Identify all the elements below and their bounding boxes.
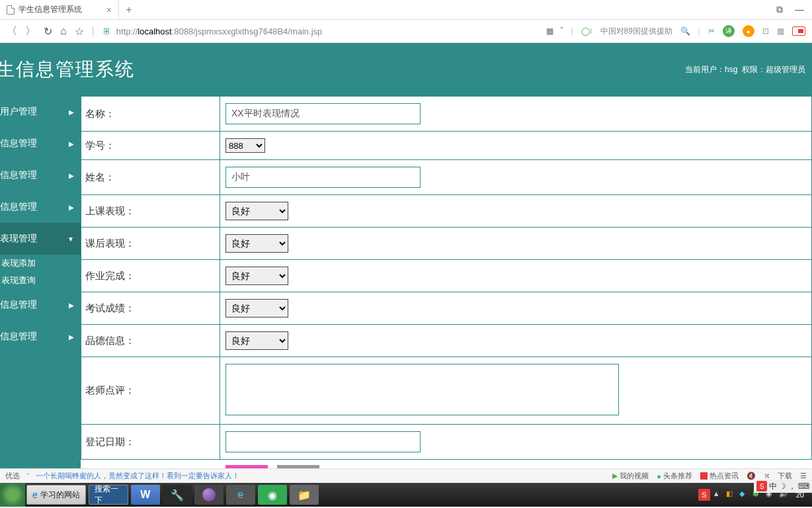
scissors-icon[interactable]: ✂ xyxy=(708,26,715,36)
qr-icon[interactable]: ▦ xyxy=(546,26,552,36)
textarea-comment[interactable] xyxy=(225,364,619,415)
footer-left[interactable]: 优选 xyxy=(5,471,20,481)
select-sid[interactable]: 888 xyxy=(225,138,265,153)
battery-icon[interactable] xyxy=(792,26,805,36)
search-icon[interactable]: 🔍 xyxy=(680,26,690,36)
input-sname[interactable] xyxy=(225,167,421,188)
apps-icon[interactable]: ▦ xyxy=(777,26,784,36)
user-info: 当前用户：hsg 权限：超级管理员 xyxy=(685,64,805,75)
start-button[interactable] xyxy=(0,483,25,507)
url-bar[interactable]: ⛨ http://localhost:8088/jspmxsxxglxthsg7… xyxy=(102,26,380,36)
ext-icon-1[interactable]: ▸ xyxy=(743,25,754,37)
ime-comma-icon[interactable]: ， xyxy=(788,481,796,492)
taskbar-eclipse[interactable] xyxy=(194,485,223,505)
chevron-right-icon: ▶ xyxy=(69,333,74,341)
dropdown-icon[interactable]: ˇ xyxy=(560,26,563,36)
forward-button[interactable]: 〉 xyxy=(25,24,36,38)
taskbar-search[interactable]: 搜索一下 xyxy=(89,485,128,505)
shield-icon: ⛨ xyxy=(102,26,111,36)
browser-tab-bar: 学生信息管理系统 × + ⧉ — xyxy=(0,0,812,20)
expand-icon[interactable]: ˇ xyxy=(26,472,29,480)
chevron-right-icon: ▶ xyxy=(69,172,74,179)
label-homework: 作业完成： xyxy=(81,260,220,292)
label-moral: 品德信息： xyxy=(81,325,220,357)
tray-sogou-icon[interactable]: S xyxy=(698,489,710,501)
translate-icon[interactable]: 译 xyxy=(723,25,735,37)
reset-button[interactable]: 重置 xyxy=(277,465,319,468)
form-table: 名称： 学号： 888 姓名： 上课表现： 良好 课后表现： 良好 作业完成： … xyxy=(81,96,812,468)
select-moral[interactable]: 良好 xyxy=(225,331,288,350)
sidebar: 用户管理▶ 信息管理▶ 信息管理▶ 信息管理▶ 表现管理▼ 表现添加 表现查询 … xyxy=(0,96,81,468)
label-sname: 姓名： xyxy=(81,160,220,195)
back-button[interactable]: 〈 xyxy=(7,24,17,38)
chevron-right-icon: ▶ xyxy=(69,204,74,211)
label-inclass: 上课表现： xyxy=(81,195,220,228)
search-engine-icon[interactable]: ◯⁝ xyxy=(581,26,592,36)
tray-icon-2[interactable]: ◧ xyxy=(726,489,737,500)
ime-bar[interactable]: S 中 ☽ ， ⌨ xyxy=(754,480,812,493)
app-header: 生信息管理系统 当前用户：hsg 权限：超级管理员 xyxy=(0,43,812,96)
chevron-down-icon: ▼ xyxy=(67,235,74,243)
taskbar-dreamweaver[interactable]: ◉ xyxy=(258,485,287,505)
tab-close-icon[interactable]: × xyxy=(106,5,112,15)
taskbar-explorer[interactable]: 📁 xyxy=(290,485,319,505)
label-sid: 学号： xyxy=(81,132,220,160)
url-text: http://localhost:8088/jspmxsxxglxthsg764… xyxy=(116,26,322,36)
tab-title: 学生信息管理系统 xyxy=(19,4,82,15)
footer-bar: 优选 ˇ 一个长期喝蜂蜜的人，竟然变成了这样！看到一定要告诉家人！ ▶我的视频 … xyxy=(0,468,812,483)
footer-link-headlines[interactable]: ●头条推荐 xyxy=(657,471,692,481)
sidebar-item-info-3[interactable]: 信息管理▶ xyxy=(0,191,81,223)
select-exam[interactable]: 良好 xyxy=(225,299,288,318)
ie-icon: e xyxy=(32,489,38,500)
ime-moon-icon[interactable]: ☽ xyxy=(779,482,786,491)
window-minimize-icon[interactable]: — xyxy=(795,4,804,15)
sidebar-item-info-5[interactable]: 信息管理▶ xyxy=(0,321,81,353)
label-name: 名称： xyxy=(81,97,220,132)
form-content: 名称： 学号： 888 姓名： 上课表现： 良好 课后表现： 良好 作业完成： … xyxy=(81,96,812,468)
select-inclass[interactable]: 良好 xyxy=(225,202,288,220)
tray-icon-1[interactable]: ▲ xyxy=(713,489,723,500)
chevron-right-icon: ▶ xyxy=(69,140,74,148)
sidebar-item-info-2[interactable]: 信息管理▶ xyxy=(0,159,81,191)
sidebar-sub-query[interactable]: 表现查询 xyxy=(0,272,81,289)
tray-icon-3[interactable]: ◆ xyxy=(739,489,750,500)
chevron-right-icon: ▶ xyxy=(69,302,74,309)
label-date: 登记日期： xyxy=(81,425,220,460)
ime-sogou-icon[interactable]: S xyxy=(756,481,767,491)
page-icon xyxy=(7,5,15,15)
input-name[interactable] xyxy=(225,103,421,124)
sidebar-item-users[interactable]: 用户管理▶ xyxy=(0,96,81,128)
new-tab-button[interactable]: + xyxy=(119,4,139,16)
reload-button[interactable]: ↻ xyxy=(44,25,52,38)
ime-lang[interactable]: 中 xyxy=(769,481,777,492)
window-restore-icon[interactable]: ⧉ xyxy=(776,4,783,15)
window-controls: ⧉ — xyxy=(776,4,812,15)
sidebar-item-info-1[interactable]: 信息管理▶ xyxy=(0,128,81,159)
taskbar-word[interactable]: W xyxy=(131,485,160,505)
app-title: 生信息管理系统 xyxy=(0,57,135,82)
sidebar-sub-add[interactable]: 表现添加 xyxy=(0,255,81,272)
browser-toolbar: 〈 〉 ↻ ⌂ ☆ | ⛨ http://localhost:8088/jspm… xyxy=(0,20,812,43)
select-afterclass[interactable]: 良好 xyxy=(225,234,288,253)
ime-keyboard-icon[interactable]: ⌨ xyxy=(798,482,809,491)
taskbar-ie2[interactable]: e xyxy=(226,485,255,505)
label-afterclass: 课后表现： xyxy=(81,228,220,260)
search-hint[interactable]: 中国对89国提供援助 xyxy=(600,26,672,37)
submit-button[interactable]: 提交 xyxy=(225,465,268,468)
sidebar-item-info-4[interactable]: 信息管理▶ xyxy=(0,289,81,321)
sidebar-item-performance[interactable]: 表现管理▼ xyxy=(0,223,81,255)
footer-news[interactable]: 一个长期喝蜂蜜的人，竟然变成了这样！看到一定要告诉家人！ xyxy=(36,471,239,481)
taskbar-ie[interactable]: e学习的网站 xyxy=(26,485,86,505)
ext-icon-2[interactable]: ⊡ xyxy=(762,26,769,36)
footer-link-video[interactable]: ▶我的视频 xyxy=(612,471,649,481)
taskbar: e学习的网站 搜索一下 W 🔧 e ◉ 📁 S ▲ ◧ ◆ ⬢ ◉ 🔊 20 xyxy=(0,483,812,507)
select-homework[interactable]: 良好 xyxy=(225,267,288,285)
browser-tab[interactable]: 学生信息管理系统 × xyxy=(0,1,119,19)
home-button[interactable]: ⌂ xyxy=(60,25,67,37)
input-date[interactable] xyxy=(225,431,421,452)
chevron-right-icon: ▶ xyxy=(69,108,74,116)
bookmark-button[interactable]: ☆ xyxy=(75,25,84,38)
taskbar-tool[interactable]: 🔧 xyxy=(163,485,192,505)
footer-link-hot[interactable]: 热点资讯 xyxy=(700,471,739,481)
label-comment: 老师点评： xyxy=(81,357,220,425)
